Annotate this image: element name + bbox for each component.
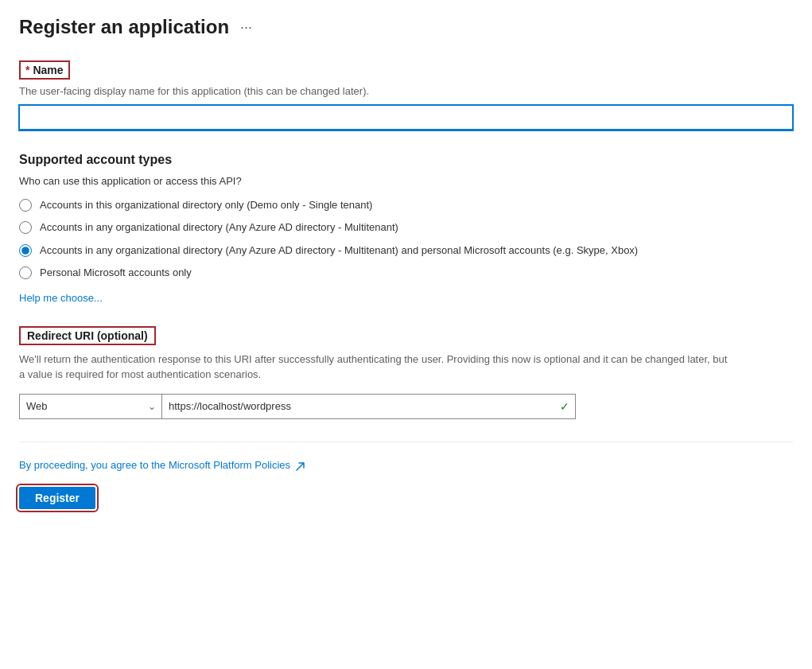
redirect-uri-section: Redirect URI (optional) We'll return the… xyxy=(19,326,793,419)
redirect-uri-description: We'll return the authentication response… xyxy=(19,352,735,383)
platform-select[interactable]: Web SPA Public client/native (mobile & d… xyxy=(19,394,162,419)
radio-label-1: Accounts in this organizational director… xyxy=(40,198,372,212)
radio-input-1[interactable] xyxy=(19,199,32,212)
redirect-uri-inputs-row: Web SPA Public client/native (mobile & d… xyxy=(19,394,793,419)
account-type-radio-group: Accounts in this organizational director… xyxy=(19,198,793,280)
radio-option-3[interactable]: Accounts in any organizational directory… xyxy=(19,243,793,258)
help-choose-link[interactable]: Help me choose... xyxy=(19,292,103,304)
redirect-uri-label-text: Redirect URI (optional) xyxy=(27,329,148,342)
name-section: * Name The user-facing display name for … xyxy=(19,60,793,130)
name-input[interactable] xyxy=(19,105,793,130)
policy-link-text: By proceeding, you agree to the Microsof… xyxy=(19,459,290,471)
name-field-description: The user-facing display name for this ap… xyxy=(19,84,793,99)
redirect-uri-label-box: Redirect URI (optional) xyxy=(19,326,156,345)
radio-label-3: Accounts in any organizational directory… xyxy=(40,243,638,258)
account-types-section: Supported account types Who can use this… xyxy=(19,153,793,304)
ellipsis-button[interactable]: ··· xyxy=(235,18,257,37)
page-title: Register an application xyxy=(19,16,229,38)
uri-input[interactable] xyxy=(162,394,576,419)
register-button[interactable]: Register xyxy=(19,487,95,509)
page-title-row: Register an application ··· xyxy=(19,16,793,38)
policy-link[interactable]: By proceeding, you agree to the Microsof… xyxy=(19,459,305,471)
radio-option-4[interactable]: Personal Microsoft accounts only xyxy=(19,266,793,280)
radio-option-2[interactable]: Accounts in any organizational directory… xyxy=(19,220,793,235)
account-types-heading: Supported account types xyxy=(19,153,793,167)
name-field-label-row: * Name xyxy=(19,60,793,80)
radio-input-2[interactable] xyxy=(19,221,32,234)
footer-divider xyxy=(19,441,793,442)
platform-select-wrapper: Web SPA Public client/native (mobile & d… xyxy=(19,394,162,419)
radio-input-3[interactable] xyxy=(19,244,32,257)
account-types-subtext: Who can use this application or access t… xyxy=(19,175,793,187)
external-link-icon xyxy=(296,461,305,471)
name-label-box: * Name xyxy=(19,60,70,80)
radio-option-1[interactable]: Accounts in this organizational director… xyxy=(19,198,793,212)
uri-input-wrapper: ✓ xyxy=(162,394,576,419)
radio-input-4[interactable] xyxy=(19,266,32,279)
radio-label-4: Personal Microsoft accounts only xyxy=(40,266,192,280)
name-label-text: Name xyxy=(33,64,63,76)
radio-label-2: Accounts in any organizational directory… xyxy=(40,220,398,235)
required-star: * xyxy=(25,64,29,76)
policy-row: By proceeding, you agree to the Microsof… xyxy=(19,458,793,471)
